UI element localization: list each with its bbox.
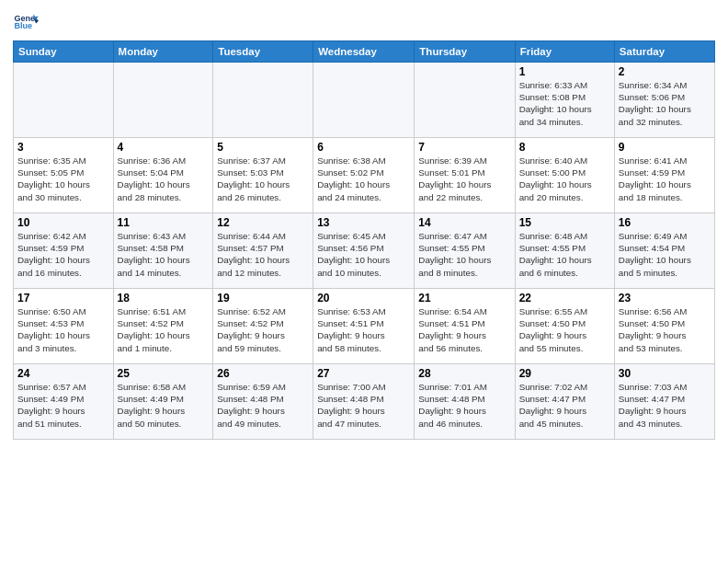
week-row-2: 3Sunrise: 6:35 AM Sunset: 5:05 PM Daylig…: [14, 138, 715, 213]
day-info: Sunrise: 6:39 AM Sunset: 5:01 PM Dayligh…: [418, 155, 510, 203]
weekday-header-wednesday: Wednesday: [313, 41, 415, 63]
logo-icon: General Blue: [13, 9, 39, 35]
day-number: 30: [619, 367, 711, 380]
day-info: Sunrise: 6:59 AM Sunset: 4:48 PM Dayligh…: [217, 381, 309, 430]
day-number: 5: [217, 141, 309, 154]
week-row-4: 17Sunrise: 6:50 AM Sunset: 4:53 PM Dayli…: [14, 289, 715, 364]
day-info: Sunrise: 6:38 AM Sunset: 5:02 PM Dayligh…: [317, 155, 410, 203]
weekday-header-tuesday: Tuesday: [213, 41, 313, 63]
logo: General Blue: [13, 9, 42, 35]
calendar-cell: 24Sunrise: 6:57 AM Sunset: 4:49 PM Dayli…: [14, 364, 114, 440]
day-number: 24: [17, 367, 109, 380]
calendar-cell: [14, 63, 114, 138]
day-number: 17: [17, 292, 109, 304]
svg-text:Blue: Blue: [14, 21, 32, 30]
week-row-1: 1Sunrise: 6:33 AM Sunset: 5:08 PM Daylig…: [14, 63, 715, 138]
day-number: 11: [118, 216, 210, 229]
header: General Blue: [13, 9, 715, 35]
day-info: Sunrise: 6:48 AM Sunset: 4:55 PM Dayligh…: [519, 230, 610, 279]
day-number: 26: [217, 367, 309, 380]
day-number: 4: [118, 141, 210, 154]
day-info: Sunrise: 6:49 AM Sunset: 4:54 PM Dayligh…: [619, 230, 711, 279]
calendar-cell: 27Sunrise: 7:00 AM Sunset: 4:48 PM Dayli…: [313, 364, 415, 440]
weekday-header-saturday: Saturday: [614, 41, 714, 63]
calendar-cell: 6Sunrise: 6:38 AM Sunset: 5:02 PM Daylig…: [313, 138, 415, 213]
calendar-cell: 16Sunrise: 6:49 AM Sunset: 4:54 PM Dayli…: [614, 213, 714, 289]
calendar-cell: 12Sunrise: 6:44 AM Sunset: 4:57 PM Dayli…: [213, 213, 313, 289]
calendar-cell: 18Sunrise: 6:51 AM Sunset: 4:52 PM Dayli…: [113, 289, 213, 364]
day-number: 22: [519, 292, 610, 304]
day-number: 12: [217, 216, 309, 229]
day-info: Sunrise: 6:50 AM Sunset: 4:53 PM Dayligh…: [17, 305, 109, 354]
day-info: Sunrise: 6:54 AM Sunset: 4:51 PM Dayligh…: [418, 305, 510, 354]
weekday-header-thursday: Thursday: [415, 41, 515, 63]
day-info: Sunrise: 7:02 AM Sunset: 4:47 PM Dayligh…: [519, 381, 610, 430]
day-number: 25: [118, 367, 210, 380]
calendar-cell: 5Sunrise: 6:37 AM Sunset: 5:03 PM Daylig…: [213, 138, 313, 213]
day-number: 13: [317, 216, 410, 229]
day-number: 18: [118, 292, 210, 304]
day-info: Sunrise: 6:55 AM Sunset: 4:50 PM Dayligh…: [519, 305, 610, 354]
day-number: 15: [519, 216, 610, 229]
calendar-cell: 29Sunrise: 7:02 AM Sunset: 4:47 PM Dayli…: [515, 364, 614, 440]
day-info: Sunrise: 7:03 AM Sunset: 4:47 PM Dayligh…: [619, 381, 711, 430]
calendar-cell: 13Sunrise: 6:45 AM Sunset: 4:56 PM Dayli…: [313, 213, 415, 289]
calendar-cell: 22Sunrise: 6:55 AM Sunset: 4:50 PM Dayli…: [515, 289, 614, 364]
day-number: 29: [519, 367, 610, 380]
weekday-header-sunday: Sunday: [14, 41, 114, 63]
day-info: Sunrise: 6:57 AM Sunset: 4:49 PM Dayligh…: [17, 381, 109, 430]
day-number: 21: [418, 292, 510, 304]
weekday-header-monday: Monday: [113, 41, 213, 63]
calendar-table: SundayMondayTuesdayWednesdayThursdayFrid…: [13, 40, 715, 440]
day-number: 19: [217, 292, 309, 304]
day-info: Sunrise: 7:01 AM Sunset: 4:48 PM Dayligh…: [418, 381, 510, 430]
day-info: Sunrise: 6:40 AM Sunset: 5:00 PM Dayligh…: [519, 155, 610, 203]
day-number: 2: [619, 65, 711, 78]
page-container: General Blue SundayMondayTuesdayWednesda…: [0, 0, 728, 445]
calendar-cell: 9Sunrise: 6:41 AM Sunset: 4:59 PM Daylig…: [614, 138, 714, 213]
calendar-cell: 17Sunrise: 6:50 AM Sunset: 4:53 PM Dayli…: [14, 289, 114, 364]
calendar-cell: 2Sunrise: 6:34 AM Sunset: 5:06 PM Daylig…: [614, 63, 714, 138]
calendar-cell: 28Sunrise: 7:01 AM Sunset: 4:48 PM Dayli…: [415, 364, 515, 440]
day-info: Sunrise: 6:33 AM Sunset: 5:08 PM Dayligh…: [519, 79, 610, 128]
day-number: 9: [619, 141, 711, 154]
day-number: 1: [519, 65, 610, 78]
calendar-cell: 25Sunrise: 6:58 AM Sunset: 4:49 PM Dayli…: [113, 364, 213, 440]
day-info: Sunrise: 7:00 AM Sunset: 4:48 PM Dayligh…: [317, 381, 410, 430]
calendar-cell: [213, 63, 313, 138]
day-info: Sunrise: 6:43 AM Sunset: 4:58 PM Dayligh…: [118, 230, 210, 279]
day-info: Sunrise: 6:44 AM Sunset: 4:57 PM Dayligh…: [217, 230, 309, 279]
day-number: 14: [418, 216, 510, 229]
day-info: Sunrise: 6:56 AM Sunset: 4:50 PM Dayligh…: [619, 305, 711, 354]
day-number: 28: [418, 367, 510, 380]
day-info: Sunrise: 6:42 AM Sunset: 4:59 PM Dayligh…: [17, 230, 109, 279]
week-row-3: 10Sunrise: 6:42 AM Sunset: 4:59 PM Dayli…: [14, 213, 715, 289]
calendar-cell: [313, 63, 415, 138]
day-info: Sunrise: 6:36 AM Sunset: 5:04 PM Dayligh…: [118, 155, 210, 203]
calendar-cell: 23Sunrise: 6:56 AM Sunset: 4:50 PM Dayli…: [614, 289, 714, 364]
day-number: 23: [619, 292, 711, 304]
day-number: 20: [317, 292, 410, 304]
day-number: 16: [619, 216, 711, 229]
calendar-cell: 7Sunrise: 6:39 AM Sunset: 5:01 PM Daylig…: [415, 138, 515, 213]
weekday-header-row: SundayMondayTuesdayWednesdayThursdayFrid…: [14, 41, 715, 63]
day-number: 10: [17, 216, 109, 229]
day-info: Sunrise: 6:34 AM Sunset: 5:06 PM Dayligh…: [619, 79, 711, 128]
calendar-cell: [415, 63, 515, 138]
day-info: Sunrise: 6:58 AM Sunset: 4:49 PM Dayligh…: [118, 381, 210, 430]
week-row-5: 24Sunrise: 6:57 AM Sunset: 4:49 PM Dayli…: [14, 364, 715, 440]
calendar-cell: 20Sunrise: 6:53 AM Sunset: 4:51 PM Dayli…: [313, 289, 415, 364]
calendar-cell: 8Sunrise: 6:40 AM Sunset: 5:00 PM Daylig…: [515, 138, 614, 213]
day-info: Sunrise: 6:41 AM Sunset: 4:59 PM Dayligh…: [619, 155, 711, 203]
day-number: 8: [519, 141, 610, 154]
day-number: 27: [317, 367, 410, 380]
day-info: Sunrise: 6:52 AM Sunset: 4:52 PM Dayligh…: [217, 305, 309, 354]
calendar-cell: 3Sunrise: 6:35 AM Sunset: 5:05 PM Daylig…: [14, 138, 114, 213]
calendar-cell: 21Sunrise: 6:54 AM Sunset: 4:51 PM Dayli…: [415, 289, 515, 364]
calendar-cell: 1Sunrise: 6:33 AM Sunset: 5:08 PM Daylig…: [515, 63, 614, 138]
calendar-cell: 14Sunrise: 6:47 AM Sunset: 4:55 PM Dayli…: [415, 213, 515, 289]
day-info: Sunrise: 6:35 AM Sunset: 5:05 PM Dayligh…: [17, 155, 109, 203]
day-info: Sunrise: 6:37 AM Sunset: 5:03 PM Dayligh…: [217, 155, 309, 203]
day-info: Sunrise: 6:47 AM Sunset: 4:55 PM Dayligh…: [418, 230, 510, 279]
calendar-cell: 30Sunrise: 7:03 AM Sunset: 4:47 PM Dayli…: [614, 364, 714, 440]
